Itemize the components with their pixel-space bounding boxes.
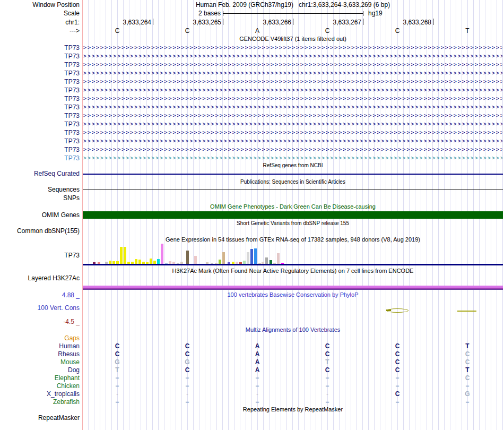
- gtex-tissue-bar[interactable]: [270, 260, 272, 264]
- gencode-item-label[interactable]: TP73: [0, 44, 80, 51]
- gencode-gene-arrows[interactable]: >>>>>>>>>>>>>>>>>>>>>>>>>>>>>>>>>>>>>>>>…: [83, 61, 502, 69]
- gtex-tissue-bar[interactable]: [194, 256, 197, 264]
- multiz-base: C: [461, 374, 474, 382]
- gencode-item-label[interactable]: TP73: [0, 146, 80, 153]
- snps-label[interactable]: SNPs: [0, 194, 80, 202]
- gencode-item-label[interactable]: TP73: [0, 112, 80, 119]
- gtex-baseline: [83, 264, 503, 265]
- ruler-tick: [153, 19, 153, 25]
- gtex-tissue-bar[interactable]: [157, 259, 160, 264]
- multiz-base: =: [111, 374, 124, 382]
- omim-genes-label[interactable]: OMIM Genes: [0, 211, 80, 219]
- gtex-tissue-bar[interactable]: [219, 260, 221, 264]
- multiz-base: -: [181, 390, 194, 398]
- multiz-base: =: [251, 374, 264, 382]
- phylop-track-label[interactable]: 100 Vert. Cons: [0, 304, 80, 312]
- scale-bar: [223, 13, 363, 14]
- refseq-curated-label[interactable]: RefSeq Curated: [0, 170, 80, 177]
- multiz-species-label[interactable]: Mouse: [0, 358, 80, 366]
- repeatmasker-track-title: Repeating Elements by RepeatMasker: [83, 406, 503, 413]
- gencode-gene-arrows[interactable]: >>>>>>>>>>>>>>>>>>>>>>>>>>>>>>>>>>>>>>>>…: [83, 154, 502, 162]
- gencode-gene-arrows[interactable]: >>>>>>>>>>>>>>>>>>>>>>>>>>>>>>>>>>>>>>>>…: [83, 44, 502, 52]
- ruler-tick-label: 3,633,264: [89, 19, 151, 26]
- sequences-line[interactable]: [83, 190, 503, 190]
- gtex-tissue-bar[interactable]: [135, 259, 137, 264]
- omim-gene-bar[interactable]: [83, 211, 503, 219]
- multiz-species-label[interactable]: X_tropicalis: [0, 390, 80, 398]
- multiz-species-label[interactable]: Zebrafish: [0, 398, 80, 406]
- ruler-tick-label: 3,633,266: [229, 19, 291, 26]
- gencode-gene-arrows[interactable]: >>>>>>>>>>>>>>>>>>>>>>>>>>>>>>>>>>>>>>>>…: [83, 103, 502, 111]
- sequences-label[interactable]: Sequences: [0, 186, 80, 193]
- gencode-gene-arrows[interactable]: >>>>>>>>>>>>>>>>>>>>>>>>>>>>>>>>>>>>>>>>…: [83, 78, 502, 86]
- gtex-tissue-bar[interactable]: [265, 257, 268, 264]
- scale-assembly: hg19: [368, 10, 383, 17]
- multiz-base: A: [251, 358, 264, 366]
- phylop-wiggle-2: [457, 311, 476, 312]
- multiz-base: =: [391, 374, 404, 382]
- gtex-tissue-bar[interactable]: [247, 252, 249, 264]
- multiz-base: C: [111, 342, 124, 350]
- multiz-base: -: [251, 390, 264, 398]
- gencode-item-label[interactable]: TP73: [0, 78, 80, 85]
- h3k27ac-label[interactable]: Layered H3K27Ac: [0, 274, 80, 282]
- multiz-species-label[interactable]: Rhesus: [0, 350, 80, 358]
- gencode-item-label[interactable]: TP73: [0, 87, 80, 94]
- gtex-tissue-bar[interactable]: [277, 253, 280, 264]
- multiz-base: =: [111, 382, 124, 390]
- gencode-gene-arrows[interactable]: >>>>>>>>>>>>>>>>>>>>>>>>>>>>>>>>>>>>>>>>…: [83, 137, 502, 145]
- multiz-base: =: [461, 398, 474, 406]
- gtex-tissue-bar[interactable]: [150, 259, 152, 264]
- strand-label: --->: [0, 27, 80, 35]
- gencode-item-label[interactable]: TP73: [0, 121, 80, 128]
- omim-track-title: OMIM Gene Phenotypes - Dark Green Can Be…: [83, 203, 503, 210]
- multiz-base: C: [391, 390, 404, 398]
- gtex-tissue-bar[interactable]: [222, 252, 225, 264]
- gtex-tissue-bar[interactable]: [124, 247, 126, 264]
- gencode-item-label[interactable]: TP73: [0, 129, 80, 136]
- repeatmasker-label[interactable]: RepeatMasker: [0, 414, 80, 422]
- gtex-gene-label[interactable]: TP73: [0, 252, 80, 259]
- multiz-species-label[interactable]: Chicken: [0, 382, 80, 390]
- gencode-item-label[interactable]: TP73: [0, 61, 80, 68]
- multiz-species-label[interactable]: Dog: [0, 366, 80, 374]
- multiz-base: C: [391, 350, 404, 358]
- gencode-gene-arrows[interactable]: >>>>>>>>>>>>>>>>>>>>>>>>>>>>>>>>>>>>>>>>…: [83, 120, 502, 128]
- gencode-item-label[interactable]: TP73: [0, 154, 80, 162]
- gtex-tissue-bar[interactable]: [161, 244, 163, 264]
- gtex-tissue-bar[interactable]: [254, 248, 257, 264]
- refseq-line[interactable]: [83, 174, 503, 175]
- gencode-gene-arrows[interactable]: >>>>>>>>>>>>>>>>>>>>>>>>>>>>>>>>>>>>>>>>…: [83, 111, 502, 120]
- base-letter: C: [111, 27, 124, 35]
- scale-bar-left-end: [223, 11, 223, 16]
- multiz-base: C: [111, 350, 124, 358]
- multiz-base: T: [321, 358, 334, 366]
- multiz-base: C: [181, 350, 194, 358]
- multiz-species-label[interactable]: Human: [0, 342, 80, 350]
- ruler-tick: [293, 19, 293, 25]
- multiz-species-label[interactable]: Elephant: [0, 374, 80, 382]
- gencode-item-label[interactable]: TP73: [0, 95, 80, 102]
- gtex-tissue-bar[interactable]: [250, 249, 253, 264]
- h3k27ac-band-base: [83, 289, 503, 290]
- gtex-tissue-bar[interactable]: [138, 260, 141, 264]
- gencode-gene-arrows[interactable]: >>>>>>>>>>>>>>>>>>>>>>>>>>>>>>>>>>>>>>>>…: [83, 128, 502, 137]
- multiz-species-label[interactable]: Gaps: [0, 334, 80, 342]
- gtex-tissue-bar[interactable]: [120, 247, 123, 264]
- gencode-item-label[interactable]: TP73: [0, 53, 80, 60]
- ruler-tick: [433, 19, 433, 25]
- gencode-gene-arrows[interactable]: >>>>>>>>>>>>>>>>>>>>>>>>>>>>>>>>>>>>>>>>…: [83, 94, 502, 103]
- gencode-gene-arrows[interactable]: >>>>>>>>>>>>>>>>>>>>>>>>>>>>>>>>>>>>>>>>…: [83, 69, 502, 78]
- multiz-base: =: [181, 382, 194, 390]
- gencode-gene-arrows[interactable]: >>>>>>>>>>>>>>>>>>>>>>>>>>>>>>>>>>>>>>>>…: [83, 52, 502, 61]
- multiz-base: G: [111, 358, 124, 366]
- gencode-item-label[interactable]: TP73: [0, 70, 80, 77]
- gencode-gene-arrows[interactable]: >>>>>>>>>>>>>>>>>>>>>>>>>>>>>>>>>>>>>>>>…: [83, 86, 502, 94]
- gencode-item-label[interactable]: TP73: [0, 104, 80, 111]
- phylop-min-label: -4.5 _: [0, 318, 80, 325]
- gtex-tissue-bar[interactable]: [186, 251, 189, 264]
- gencode-item-label[interactable]: TP73: [0, 137, 80, 145]
- multiz-base: C: [391, 342, 404, 350]
- gencode-gene-arrows[interactable]: >>>>>>>>>>>>>>>>>>>>>>>>>>>>>>>>>>>>>>>>…: [83, 145, 502, 154]
- dbsnp-label[interactable]: Common dbSNP(155): [0, 227, 80, 235]
